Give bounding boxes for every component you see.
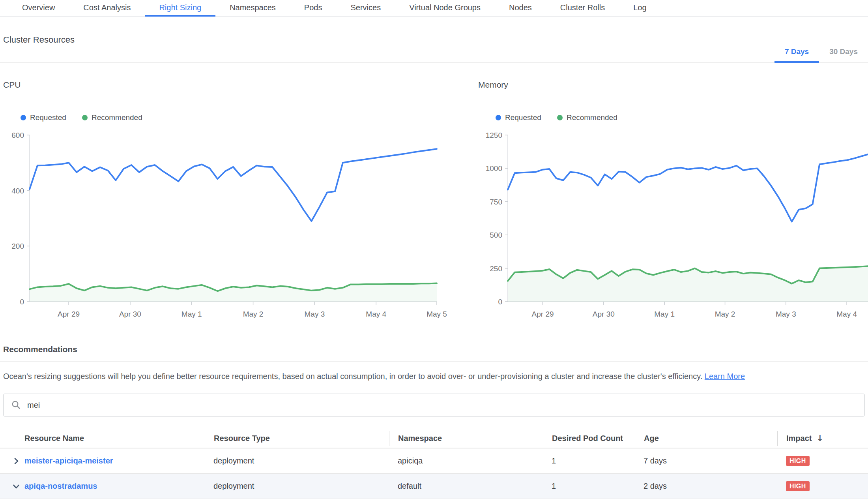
table-row: apiqa-nostradamus deployment default 1 2…: [0, 474, 868, 499]
tab-overview[interactable]: Overview: [8, 0, 69, 17]
expand-row-button[interactable]: [0, 456, 24, 466]
requested-dot-icon: [496, 115, 501, 120]
range-tab-7-days[interactable]: 7 Days: [774, 47, 819, 63]
cluster-resources-header: Cluster Resources 7 Days 30 Days: [0, 17, 868, 63]
cpu-line-chart: 6004002000Apr 29Apr 30May 1May 2May 3May…: [3, 130, 457, 319]
svg-text:750: 750: [490, 198, 502, 206]
svg-text:500: 500: [490, 231, 502, 239]
column-age: Age: [635, 431, 777, 446]
tab-services[interactable]: Services: [336, 0, 395, 17]
chevron-right-icon: [11, 456, 21, 466]
svg-text:May 1: May 1: [654, 310, 675, 318]
resource-type-cell: deployment: [205, 482, 389, 491]
recommendations-table: Resource Name Resource Type Namespace De…: [0, 429, 868, 499]
svg-text:Apr 29: Apr 29: [58, 310, 80, 318]
resource-type-cell: deployment: [205, 456, 389, 465]
range-tab-30-days[interactable]: 30 Days: [819, 47, 868, 63]
recommendations-header: Recommendations: [0, 345, 868, 362]
recommendations-title: Recommendations: [3, 345, 868, 354]
impact-high-badge: HIGH: [786, 481, 810, 491]
svg-text:May 4: May 4: [366, 310, 386, 318]
age-cell: 7 days: [635, 456, 777, 465]
namespace-cell: default: [389, 482, 543, 491]
cpu-chart-title: CPU: [3, 80, 457, 95]
recommendations-description: Ocean's resizing suggestions will help y…: [3, 372, 865, 381]
namespace-cell: apiciqa: [389, 456, 543, 465]
tab-nodes[interactable]: Nodes: [495, 0, 546, 17]
pod-count-cell: 1: [543, 456, 635, 465]
column-desired-pod-count: Desired Pod Count: [543, 431, 635, 446]
svg-text:200: 200: [11, 242, 24, 250]
time-range-switcher: 7 Days 30 Days: [774, 47, 868, 63]
cpu-chart-panel: CPU Requested Recommended 6004002000Apr …: [3, 80, 457, 319]
cluster-resources-title: Cluster Resources: [3, 35, 75, 45]
svg-text:Apr 30: Apr 30: [119, 310, 141, 318]
column-resource-name: Resource Name: [24, 431, 205, 446]
tab-right-sizing[interactable]: Right Sizing: [145, 0, 215, 17]
svg-text:May 4: May 4: [836, 310, 857, 318]
table-row: meister-apiciqa-meister deployment apici…: [0, 448, 868, 474]
impact-high-badge: HIGH: [786, 456, 810, 466]
svg-text:600: 600: [11, 131, 24, 139]
legend-item-recommended: Recommended: [557, 113, 617, 122]
top-tab-bar: Overview Cost Analysis Right Sizing Name…: [0, 0, 868, 17]
recommended-dot-icon: [82, 115, 88, 120]
svg-text:May 5: May 5: [427, 310, 447, 318]
svg-text:May 1: May 1: [181, 310, 202, 318]
search-bar: [3, 394, 865, 416]
recommended-dot-icon: [557, 115, 563, 120]
learn-more-link[interactable]: Learn More: [705, 372, 745, 381]
table-header-row: Resource Name Resource Type Namespace De…: [0, 429, 868, 448]
svg-text:May 3: May 3: [776, 310, 796, 318]
tab-cluster-rolls[interactable]: Cluster Rolls: [546, 0, 619, 17]
memory-chart-title: Memory: [478, 80, 868, 95]
search-icon: [11, 400, 21, 410]
resource-name-link[interactable]: apiqa-nostradamus: [24, 482, 97, 490]
svg-text:250: 250: [490, 265, 502, 273]
svg-text:1000: 1000: [486, 164, 502, 173]
age-cell: 2 days: [635, 482, 777, 491]
memory-chart-legend: Requested Recommended: [496, 113, 868, 122]
sort-descending-icon[interactable]: ↓: [816, 433, 823, 443]
svg-text:1250: 1250: [486, 131, 502, 139]
memory-line-chart: 125010007505002500Apr 29Apr 30May 1May 2…: [478, 130, 868, 319]
tab-pods[interactable]: Pods: [290, 0, 337, 17]
recommendations-description-text: Ocean's resizing suggestions will help y…: [3, 372, 705, 381]
column-namespace: Namespace: [389, 431, 543, 446]
tab-log[interactable]: Log: [619, 0, 660, 17]
charts-row: CPU Requested Recommended 6004002000Apr …: [0, 80, 868, 319]
memory-chart-panel: Memory Requested Recommended 12501000750…: [478, 80, 868, 319]
svg-text:0: 0: [498, 298, 502, 306]
svg-text:0: 0: [20, 298, 24, 306]
tab-virtual-node-groups[interactable]: Virtual Node Groups: [395, 0, 495, 17]
cpu-chart-legend: Requested Recommended: [21, 113, 457, 122]
resource-name-link[interactable]: meister-apiciqa-meister: [24, 456, 113, 465]
svg-text:400: 400: [11, 187, 24, 195]
legend-item-requested: Requested: [496, 113, 541, 122]
svg-text:Apr 30: Apr 30: [593, 310, 615, 318]
expander-column-header: [0, 431, 24, 446]
requested-dot-icon: [21, 115, 26, 120]
column-resource-type: Resource Type: [205, 431, 389, 446]
pod-count-cell: 1: [543, 482, 635, 491]
legend-item-recommended: Recommended: [82, 113, 142, 122]
chevron-down-icon: [11, 482, 21, 491]
column-impact: Impact ↓: [777, 431, 868, 446]
tab-namespaces[interactable]: Namespaces: [215, 0, 290, 17]
svg-text:May 2: May 2: [715, 310, 735, 318]
svg-text:Apr 29: Apr 29: [532, 310, 554, 318]
svg-text:May 2: May 2: [243, 310, 264, 318]
search-input[interactable]: [27, 401, 857, 410]
legend-item-requested: Requested: [21, 113, 66, 122]
collapse-row-button[interactable]: [0, 482, 24, 491]
svg-text:May 3: May 3: [305, 310, 325, 318]
tab-cost-analysis[interactable]: Cost Analysis: [69, 0, 145, 17]
